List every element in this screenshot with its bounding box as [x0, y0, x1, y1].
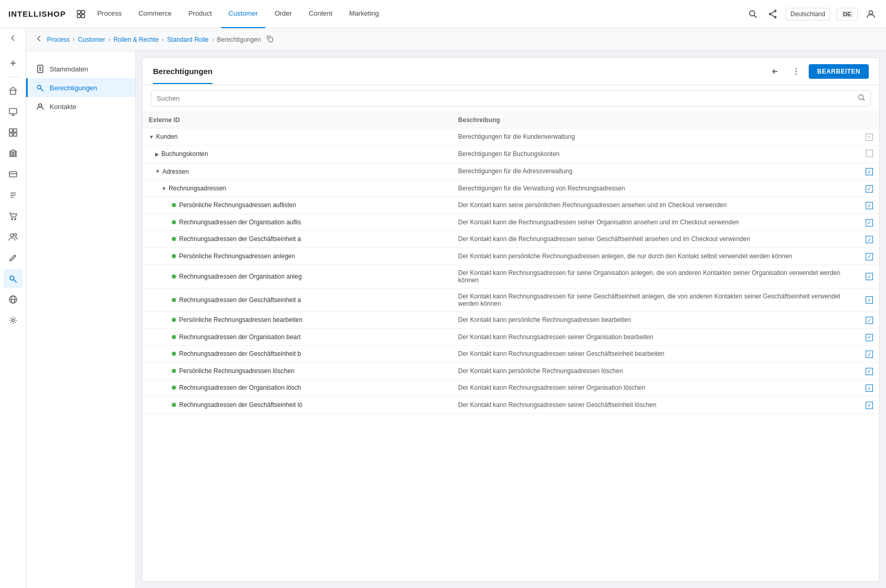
sidebar-card-icon[interactable]: [4, 165, 22, 184]
breadcrumb: Process › Customer › Rollen & Rechte › S…: [26, 28, 886, 51]
nav-stammdaten[interactable]: Stammdaten: [26, 59, 135, 78]
checkbox-cell[interactable]: [858, 180, 879, 197]
sidebar-home-icon[interactable]: [4, 81, 22, 100]
nav-customer[interactable]: Customer: [221, 0, 265, 28]
back-arrow-button[interactable]: [767, 63, 784, 80]
section-navigation: Stammdaten Berechtigungen Kontakte: [26, 51, 136, 588]
more-options-button[interactable]: [788, 63, 805, 80]
nav-process[interactable]: Process: [90, 0, 129, 28]
checkbox-cell[interactable]: [858, 397, 879, 414]
user-icon[interactable]: [864, 7, 878, 21]
copy-icon[interactable]: [266, 35, 274, 44]
svg-line-9: [770, 11, 775, 14]
sidebar-monitor-icon[interactable]: [4, 102, 22, 121]
checkbox-checked[interactable]: [866, 168, 873, 175]
svg-point-33: [11, 219, 12, 220]
nav-commerce[interactable]: Commerce: [131, 0, 179, 28]
checkbox-cell[interactable]: [858, 128, 879, 146]
nav-order[interactable]: Order: [267, 0, 299, 28]
checkbox-checked[interactable]: [866, 253, 873, 260]
edit-button[interactable]: BEARBEITEN: [809, 64, 869, 79]
permissions-table: Externe ID Beschreibung ▼KundenBerechtig…: [143, 112, 879, 414]
svg-point-34: [14, 219, 15, 220]
language-selector[interactable]: Deutschland: [786, 8, 830, 20]
nav-product[interactable]: Product: [181, 0, 219, 28]
sidebar-settings-icon[interactable]: [4, 311, 22, 330]
breadcrumb-process[interactable]: Process: [47, 36, 69, 43]
sidebar-people-icon[interactable]: [4, 227, 22, 246]
sidebar-add-icon[interactable]: [4, 54, 22, 73]
col-description: Beschreibung: [452, 112, 858, 128]
sidebar-list-icon[interactable]: [4, 186, 22, 205]
checkbox-checked[interactable]: [866, 317, 873, 324]
checkbox-cell[interactable]: [858, 345, 879, 363]
svg-point-36: [14, 234, 16, 236]
svg-rect-20: [14, 129, 17, 132]
svg-point-49: [38, 86, 41, 89]
checkbox-cell[interactable]: [858, 248, 879, 265]
checkbox-checked[interactable]: [866, 202, 873, 209]
svg-rect-21: [9, 133, 13, 136]
checkbox-empty[interactable]: [866, 150, 873, 157]
sidebar-toggle[interactable]: [7, 32, 19, 45]
breadcrumb-sep-1: ›: [73, 36, 75, 43]
nav-content[interactable]: Content: [301, 0, 340, 28]
svg-rect-2: [77, 15, 80, 18]
checkbox-cell[interactable]: [858, 214, 879, 231]
checkbox-checked[interactable]: [866, 296, 873, 304]
breadcrumb-customer[interactable]: Customer: [78, 36, 105, 43]
checkbox-cell[interactable]: [858, 231, 879, 248]
grid-icon[interactable]: [76, 9, 86, 19]
share-icon[interactable]: [766, 7, 779, 21]
sidebar-key-icon[interactable]: [4, 269, 22, 288]
svg-line-37: [15, 255, 16, 256]
checkbox-cell[interactable]: [858, 197, 879, 214]
sidebar-globe-icon[interactable]: [4, 290, 22, 309]
checkbox-checked[interactable]: [866, 385, 873, 392]
search-icon[interactable]: [746, 7, 760, 21]
checkbox-checked[interactable]: [866, 236, 873, 243]
nav-marketing[interactable]: Marketing: [342, 0, 386, 28]
checkbox-cell[interactable]: [858, 379, 879, 397]
table-row: Persönliche Rechnungsadressen löschenDer…: [143, 363, 879, 380]
checkbox-minus[interactable]: [866, 134, 873, 141]
sidebar-grid-icon[interactable]: [4, 123, 22, 142]
checkbox-cell[interactable]: [858, 288, 879, 311]
lang-code-badge[interactable]: DE: [836, 8, 858, 20]
checkbox-checked[interactable]: [866, 334, 873, 341]
svg-point-56: [796, 73, 797, 75]
search-input[interactable]: [157, 94, 858, 102]
checkbox-cell[interactable]: [858, 163, 879, 180]
checkbox-cell[interactable]: [858, 329, 879, 346]
svg-point-4: [750, 10, 755, 16]
svg-line-5: [754, 15, 757, 18]
main-area: Stammdaten Berechtigungen Kontakte Berec…: [26, 51, 886, 588]
breadcrumb-back[interactable]: [34, 34, 44, 45]
checkbox-checked[interactable]: [866, 368, 873, 375]
checkbox-checked[interactable]: [866, 219, 873, 226]
lang-code: DE: [841, 10, 853, 18]
checkbox-cell[interactable]: [858, 265, 879, 288]
nav-kontakte[interactable]: Kontakte: [26, 97, 135, 116]
sidebar-bank-icon[interactable]: [4, 144, 22, 163]
col-checkbox: [858, 112, 879, 128]
checkbox-checked[interactable]: [866, 351, 873, 358]
breadcrumb-rollen[interactable]: Rollen & Rechte: [113, 36, 159, 43]
table-row: Persönliche Rechnungsadressen bearbeiten…: [143, 311, 879, 329]
svg-rect-24: [10, 152, 11, 155]
checkbox-checked[interactable]: [866, 273, 873, 280]
checkbox-checked[interactable]: [866, 402, 873, 409]
svg-rect-28: [9, 172, 17, 177]
content-panel: Berechtigungen BEARBEITEN: [142, 57, 880, 582]
checkbox-cell[interactable]: [858, 311, 879, 329]
checkbox-checked[interactable]: [866, 185, 873, 193]
breadcrumb-standard[interactable]: Standard Rolle: [167, 36, 208, 43]
sidebar-pen-icon[interactable]: [4, 248, 22, 267]
language-label: Deutschland: [790, 10, 825, 18]
checkbox-cell[interactable]: [858, 363, 879, 380]
nav-berechtigungen[interactable]: Berechtigungen: [26, 78, 135, 97]
checkbox-cell[interactable]: [858, 145, 879, 163]
sidebar-cart-icon[interactable]: [4, 207, 22, 225]
table-row: ▶BuchungskontenBerechtigungen für Buchun…: [143, 145, 879, 163]
svg-rect-1: [81, 10, 85, 14]
